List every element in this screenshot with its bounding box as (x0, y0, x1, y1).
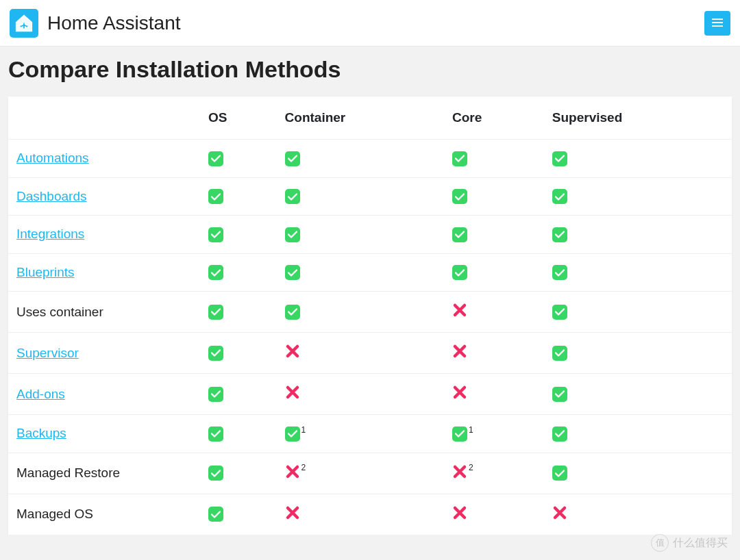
feature-cell: Automations (8, 140, 200, 178)
svg-rect-3 (712, 18, 723, 20)
check-icon (208, 466, 223, 481)
table-row: Managed Restore22 (8, 453, 732, 494)
check-icon (552, 151, 567, 166)
feature-link[interactable]: Automations (16, 151, 89, 165)
cell-mark (285, 227, 300, 242)
check-icon (208, 346, 223, 361)
value-cell: 2 (444, 453, 544, 494)
feature-link[interactable]: Integrations (16, 227, 84, 241)
value-cell (544, 292, 732, 333)
cell-mark (208, 189, 223, 204)
home-assistant-logo-icon (10, 9, 38, 38)
value-cell (277, 494, 444, 535)
cell-mark (552, 227, 567, 242)
cross-icon (452, 464, 467, 479)
brand[interactable]: Home Assistant (10, 9, 181, 38)
value-cell (200, 333, 277, 374)
value-cell (200, 453, 277, 494)
footnote-marker: 1 (469, 425, 473, 435)
feature-label: Uses container (16, 305, 103, 319)
table-row: Backups11 (8, 415, 732, 453)
check-icon (552, 346, 567, 361)
page-title: Compare Installation Methods (8, 56, 740, 83)
value-cell (544, 333, 732, 374)
cell-mark: 2 (452, 464, 473, 479)
check-icon (285, 427, 300, 442)
feature-link[interactable]: Supervisor (16, 346, 79, 360)
value-cell (200, 140, 277, 178)
cross-icon (452, 385, 467, 400)
value-cell (277, 292, 444, 333)
value-cell (200, 216, 277, 254)
cell-mark: 2 (285, 464, 306, 479)
feature-cell: Backups (8, 415, 200, 453)
feature-label: Managed OS (16, 507, 93, 521)
value-cell (544, 140, 732, 178)
feature-cell: Managed OS (8, 494, 200, 535)
feature-link[interactable]: Backups (16, 426, 66, 440)
table-row: Managed OS (8, 494, 732, 535)
cell-mark (285, 385, 300, 400)
feature-cell: Dashboards (8, 177, 200, 216)
cell-mark (285, 505, 300, 520)
value-cell: 2 (277, 453, 444, 494)
check-icon (552, 227, 567, 242)
cell-mark (452, 227, 467, 242)
cell-mark (285, 151, 300, 166)
feature-link[interactable]: Dashboards (16, 189, 86, 203)
check-icon (452, 227, 467, 242)
cell-mark (552, 151, 567, 166)
check-icon (552, 305, 567, 320)
svg-rect-4 (712, 22, 723, 23)
value-cell (444, 494, 544, 535)
value-cell (277, 216, 444, 254)
feature-link[interactable]: Add-ons (16, 387, 65, 401)
check-icon (452, 427, 467, 442)
cell-mark (208, 346, 223, 361)
cell-mark (552, 189, 567, 204)
table-row: Blueprints (8, 253, 732, 292)
value-cell (200, 253, 277, 292)
footnote-marker: 1 (301, 425, 306, 435)
cell-mark (552, 346, 567, 361)
cell-mark: 1 (285, 427, 306, 442)
feature-link[interactable]: Blueprints (16, 265, 75, 279)
cell-mark (452, 344, 467, 359)
check-icon (208, 305, 223, 320)
cell-mark (285, 265, 300, 280)
value-cell (544, 253, 732, 292)
check-icon (208, 189, 223, 204)
value-cell: 1 (277, 415, 444, 453)
cross-icon (552, 505, 567, 520)
feature-cell: Blueprints (8, 253, 200, 292)
check-icon (285, 151, 300, 166)
check-icon (208, 151, 223, 166)
value-cell (544, 415, 732, 453)
value-cell (200, 494, 277, 535)
menu-button[interactable] (704, 11, 730, 36)
check-icon (452, 265, 467, 280)
check-icon (208, 387, 223, 402)
cross-icon (285, 464, 300, 479)
brand-title: Home Assistant (47, 12, 181, 34)
cell-mark (452, 151, 467, 166)
check-icon (552, 466, 567, 481)
value-cell (444, 140, 544, 178)
check-icon (552, 387, 567, 402)
table-row: Uses container (8, 292, 732, 333)
cell-mark (208, 466, 223, 481)
feature-cell: Integrations (8, 216, 200, 254)
value-cell (200, 292, 277, 333)
cell-mark (208, 265, 223, 280)
value-cell (444, 177, 544, 216)
footnote-marker: 2 (469, 463, 473, 472)
value-cell (200, 374, 277, 415)
table-row: Integrations (8, 216, 732, 254)
value-cell (544, 216, 732, 254)
value-cell (444, 292, 544, 333)
navbar: Home Assistant (0, 0, 740, 47)
check-icon (208, 507, 223, 522)
cross-icon (285, 505, 300, 520)
value-cell (277, 374, 444, 415)
check-icon (552, 265, 567, 280)
